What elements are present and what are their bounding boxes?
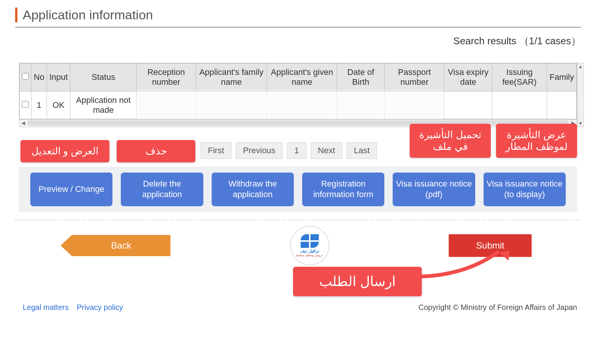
annotation-display-visa: عرض التأشيرة لموظف المطار [496,124,577,158]
scroll-left-arrow-icon[interactable]: ◀ [19,120,27,126]
cell-family [547,91,577,119]
copyright-text: Copyright © Ministry of Foreign Affairs … [418,303,577,312]
cell-date-of-birth: xx/xx/xxxx [337,91,384,119]
first-page-button[interactable]: First [201,142,231,159]
col-no: No [31,64,47,92]
visa-notice-pdf-button[interactable]: Visa issuance notice (pdf) [393,173,475,206]
back-button[interactable]: Back [61,235,170,256]
horizontal-scrollbar[interactable]: ◀ ▶ [19,120,577,127]
table-header-row: No Input Status Reception number Applica… [20,64,577,92]
registration-info-form-button[interactable]: Registration information form [302,173,384,206]
visa-notice-display-button[interactable]: Visa issuance notice (to display) [484,173,566,206]
logo-icon [301,234,319,248]
delete-application-button[interactable]: Delete the application [121,173,203,206]
cell-input: OK [47,91,70,119]
scroll-up-arrow-icon[interactable]: ▲ [577,63,584,70]
cell-reception-number: xxxxxxxx [136,91,196,119]
submit-button[interactable]: Submit [449,234,532,257]
row-checkbox[interactable] [22,101,29,108]
previous-page-button[interactable]: Previous [236,142,283,159]
col-issuing-fee: Issuing fee(SAR) [492,64,547,92]
vertical-scrollbar[interactable]: ▲ ▼ [577,63,584,127]
submit-annotation: ارسال الطلب [323,251,535,296]
col-family-name: Applicant's family name [196,64,267,92]
annotation-preview-edit: العرض و التعديل [20,140,109,162]
annotation-row: العرض و التعديل حذف تحميل التأشيرة في مل… [19,129,577,163]
last-page-button[interactable]: Last [347,142,377,159]
col-input: Input [47,64,70,92]
table-row[interactable]: 1 OK Application not made xxxxxxxx XXXXX… [20,91,577,119]
select-all-checkbox[interactable] [22,73,29,80]
logo-tagline: دروس ونصائح سياحية [296,254,323,257]
dotted-divider [15,219,581,221]
cell-family-name: XXXXXX [196,91,267,119]
bottom-nav-row: Back ترافيل ديف دروس ونصائح سياحية Submi… [15,226,581,265]
col-date-of-birth: Date of Birth [337,64,384,92]
col-status: Status [70,64,137,92]
cell-passport-number: XXXXXXXX [384,91,444,119]
cell-issuing-fee [492,91,547,119]
results-table: No Input Status Reception number Applica… [19,63,577,119]
title-underline [15,27,581,28]
col-visa-expiry: Visa expiry date [445,64,492,92]
table-scroll-area[interactable]: No Input Status Reception number Applica… [19,63,577,120]
page-number[interactable]: 1 [287,142,306,159]
annotation-submit: ارسال الطلب [293,267,422,296]
back-button-label: Back [72,235,170,256]
preview-change-button[interactable]: Preview / Change [30,173,112,206]
page-title: Application information [23,8,581,22]
legal-matters-link[interactable]: Legal matters [23,303,69,311]
footer-links: Legal matters Privacy policy [23,303,129,312]
withdraw-application-button[interactable]: Withdraw the application [212,173,294,206]
cell-status: Application not made [70,91,137,119]
col-family: Family [547,64,577,92]
annotation-download-visa: تحميل التأشيرة في ملف [410,124,491,158]
footer: Legal matters Privacy policy Copyright ©… [15,303,581,312]
col-given-name: Applicant's given name [267,64,337,92]
logo-name: ترافيل ديف [300,249,319,254]
action-bar: Preview / Change Delete the application … [19,166,577,212]
privacy-policy-link[interactable]: Privacy policy [77,303,123,311]
cell-given-name: XXXXXX [267,91,337,119]
col-reception-number: Reception number [136,64,196,92]
results-table-container: No Input Status Reception number Applica… [19,63,577,127]
back-arrow-icon [61,235,72,256]
logo: ترافيل ديف دروس ونصائح سياحية [290,226,329,265]
annotation-delete: حذف [117,140,195,162]
cell-visa-expiry [445,91,492,119]
pagination: First Previous 1 Next Last [201,142,377,159]
page-title-bar: Application information [15,8,581,22]
col-passport-number: Passport number [384,64,444,92]
search-results-text: Search results （1/1 cases） [15,34,581,48]
col-checkbox [20,64,31,92]
scroll-down-arrow-icon[interactable]: ▼ [577,120,584,127]
next-page-button[interactable]: Next [311,142,342,159]
cell-no: 1 [31,91,47,119]
